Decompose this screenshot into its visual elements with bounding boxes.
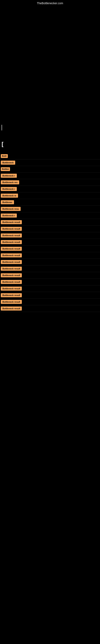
list-item: Bottleneck r [0, 186, 100, 192]
bottleneck-badge[interactable]: Bottleneck result [1, 280, 22, 284]
bottleneck-badge[interactable]: Bottleneck r [1, 174, 17, 178]
list-item: Bottleneck result [0, 226, 100, 232]
bottleneck-list: BottlBottleneckBottlenBottleneck rBottle… [0, 153, 100, 312]
bottleneck-badge[interactable]: Bottleneck result [1, 220, 22, 224]
list-item: Bottleneck result [0, 219, 100, 226]
list-item: Bottleneck result [0, 246, 100, 252]
list-item: Bottl [0, 153, 100, 160]
list-item: Bottleneck result [0, 299, 100, 305]
bracket-indicator: [ [1, 141, 3, 147]
list-item: Bottleneck result [0, 239, 100, 246]
bottleneck-badge[interactable]: Bottleneck re [1, 194, 18, 198]
bottleneck-badge[interactable]: Bottleneck result [1, 227, 22, 231]
bottleneck-badge[interactable]: Bottlen [1, 167, 10, 171]
bottleneck-badge[interactable]: Bottleneck result [1, 273, 22, 277]
list-item: Bottleneck [0, 160, 100, 166]
list-item: Bottleneck r [0, 172, 100, 179]
list-item: Bottleneck res [0, 179, 100, 186]
list-item: Bottleneck r [0, 212, 100, 219]
bottleneck-badge[interactable]: Bottleneck result [1, 247, 22, 251]
list-item: Bottleneck result [0, 259, 100, 266]
bottleneck-badge[interactable]: Bottleneck r [1, 214, 17, 218]
bottleneck-badge[interactable]: Bottleneck result [1, 293, 22, 297]
bottleneck-badge[interactable]: Bottleneck result [1, 240, 22, 244]
bottleneck-badge[interactable]: Bottleneck resu [1, 207, 21, 211]
bottleneck-badge[interactable]: Bottleneck [1, 160, 15, 164]
bottleneck-badge[interactable]: Bottleneck result [1, 253, 22, 258]
list-item: Bottleneck result [0, 292, 100, 299]
list-item: Bottleneck result [0, 279, 100, 285]
list-item: Bottlenec [0, 199, 100, 206]
bottleneck-badge[interactable]: Bottleneck res [1, 180, 19, 184]
bottleneck-badge[interactable]: Bottleneck result [1, 267, 22, 271]
bottleneck-badge[interactable]: Bottlenec [1, 200, 14, 204]
list-item: Bottleneck result [0, 285, 100, 292]
list-item: Bottleneck result [0, 305, 100, 312]
bottleneck-badge[interactable]: Bottl [1, 154, 8, 158]
bottleneck-badge[interactable]: Bottleneck result [1, 234, 22, 238]
bottleneck-badge[interactable]: Bottleneck result [1, 300, 22, 304]
list-item: Bottleneck result [0, 252, 100, 259]
bottleneck-badge[interactable]: Bottleneck result [1, 260, 22, 264]
list-item: Bottleneck resu [0, 206, 100, 212]
site-title: TheBottlenecker.com [37, 2, 63, 5]
list-item: Bottlen [0, 166, 100, 172]
bottleneck-badge[interactable]: Bottleneck result [1, 306, 22, 310]
bottleneck-badge[interactable]: Bottleneck result [1, 286, 22, 290]
list-item: Bottleneck result [0, 266, 100, 272]
cursor [1, 125, 2, 130]
list-item: Bottleneck result [0, 232, 100, 239]
list-item: Bottleneck result [0, 272, 100, 279]
list-item: Bottleneck re [0, 192, 100, 199]
bottleneck-badge[interactable]: Bottleneck r [1, 187, 17, 191]
